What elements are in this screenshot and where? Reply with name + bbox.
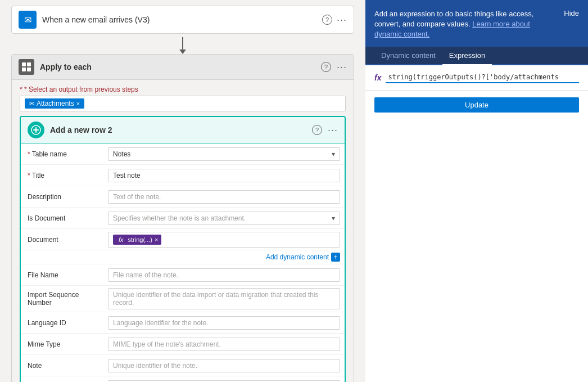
field-import-sequence[interactable]: Unique identifier of the data import or … (108, 288, 340, 309)
fx-label-icon: fx (374, 73, 381, 82)
right-panel: Add an expression to do basic things lik… (365, 0, 588, 382)
apply-each-container: Apply to each ? ··· * * Select an output… (11, 54, 354, 382)
label-file-name: File Name (21, 268, 108, 282)
right-panel-content: fx Update (365, 65, 588, 382)
form-row-description: Description Text of the note. (21, 186, 345, 208)
field-object-type[interactable]: Type of entity with which the note is as… (108, 380, 340, 383)
attachment-tag-label: Attachments (37, 100, 74, 107)
label-description: Description (21, 190, 108, 204)
right-panel-description: Add an expression to do basic things lik… (374, 9, 579, 40)
label-table-name: Table name (21, 147, 108, 161)
field-description[interactable]: Text of the note. (108, 190, 340, 204)
tab-expression[interactable]: Expression (442, 47, 492, 65)
field-file-name[interactable]: File name of the note. (108, 268, 340, 282)
svg-rect-2 (22, 68, 26, 71)
fx-expression-tag[interactable]: fx string(...) × (113, 235, 161, 245)
form-row-note: Note Unique identifier of the note. (21, 355, 345, 376)
tab-dynamic-content[interactable]: Dynamic content (374, 47, 442, 65)
attachment-tag[interactable]: ✉ Attachments × (25, 98, 84, 109)
field-language-id[interactable]: Language identifier for the note. (108, 316, 340, 330)
trigger-block: ✉ When a new email arrives (V3) ? ··· (11, 6, 354, 34)
apply-each-header: Apply to each ? ··· (12, 55, 354, 80)
add-row-body: Table name Notes ▾ Title Test note (21, 143, 345, 382)
expression-input-row: fx (365, 65, 588, 91)
add-row-more-icon[interactable]: ··· (328, 124, 338, 136)
field-mime-type[interactable]: MIME type of the note's attachment. (108, 338, 340, 351)
label-is-document: Is Document (21, 211, 108, 226)
form-row-title: Title Test note (21, 165, 345, 186)
add-dynamic-row: Add dynamic content + (21, 250, 345, 264)
label-note: Note (21, 358, 108, 373)
form-row-mime-type: Mime Type MIME type of the note's attach… (21, 334, 345, 355)
form-row-import-sequence: Import Sequence Number Unique identifier… (21, 286, 345, 312)
arrow-connector (11, 34, 354, 54)
add-row-icon (28, 122, 44, 138)
apply-each-icon (19, 59, 34, 75)
trigger-help-icon[interactable]: ? (322, 15, 332, 25)
label-import-sequence: Import Sequence Number (21, 287, 108, 310)
field-table-name[interactable]: Notes ▾ (108, 147, 340, 161)
trigger-icon: ✉ (19, 11, 37, 29)
fx-icon: fx (116, 236, 126, 244)
field-is-document[interactable]: Specifies whether the note is an attachm… (108, 212, 340, 225)
expression-input[interactable] (386, 72, 579, 83)
form-row-file-name: File Name File name of the note. (21, 264, 345, 286)
trigger-title: When a new email arrives (V3) (42, 15, 316, 24)
apply-each-help-icon[interactable]: ? (321, 62, 331, 72)
add-dynamic-content-btn[interactable]: Add dynamic content + (266, 253, 340, 262)
add-row-header: Add a new row 2 ? ··· (21, 117, 345, 143)
apply-each-more-icon[interactable]: ··· (337, 61, 347, 73)
fx-remove-icon[interactable]: × (155, 236, 158, 243)
attachment-tag-remove[interactable]: × (76, 100, 80, 107)
right-panel-tabs: Dynamic content Expression (365, 47, 588, 65)
field-document[interactable]: fx string(...) × (108, 232, 340, 248)
svg-rect-1 (27, 62, 31, 66)
svg-rect-0 (22, 62, 26, 66)
add-row-container: Add a new row 2 ? ··· Table name Notes ▾ (20, 116, 346, 382)
form-row-is-document: Is Document Specifies whether the note i… (21, 208, 345, 229)
field-title[interactable]: Test note (108, 169, 340, 182)
field-note[interactable]: Unique identifier of the note. (108, 359, 340, 372)
apply-each-body: * * Select an output from previous steps… (12, 80, 354, 382)
add-row-title: Add a new row 2 (50, 125, 306, 134)
right-panel-top: Add an expression to do basic things lik… (365, 0, 588, 47)
apply-each-title: Apply to each (40, 62, 315, 71)
form-row-language-id: Language ID Language identifier for the … (21, 312, 345, 334)
attachment-icon: ✉ (29, 100, 34, 107)
hide-button[interactable]: Hide (564, 9, 579, 17)
label-title: Title (21, 168, 108, 183)
chevron-down-icon: ▾ (332, 150, 335, 158)
trigger-actions: ? ··· (322, 14, 347, 26)
label-object-type: Object Type (21, 380, 108, 383)
fx-expression-value: string(...) (128, 236, 152, 243)
chevron-down-icon: ▾ (332, 214, 335, 222)
form-row-object-type: Object Type Type of entity with which th… (21, 376, 345, 382)
label-language-id: Language ID (21, 316, 108, 330)
form-row-document: Document fx string(...) × (21, 229, 345, 250)
update-button[interactable]: Update (374, 97, 579, 113)
svg-rect-3 (27, 68, 31, 71)
label-mime-type: Mime Type (21, 337, 108, 352)
arrow-down (182, 37, 183, 51)
form-row-table-name: Table name Notes ▾ (21, 143, 345, 165)
email-icon: ✉ (24, 15, 31, 25)
select-output-label: * * Select an output from previous steps (20, 86, 346, 93)
add-dynamic-label: Add dynamic content (266, 253, 329, 261)
attachment-tag-row[interactable]: ✉ Attachments × (20, 96, 346, 111)
add-dynamic-plus-icon[interactable]: + (331, 253, 340, 262)
add-row-help-icon[interactable]: ? (312, 125, 322, 135)
trigger-more-icon[interactable]: ··· (337, 14, 347, 26)
label-document: Document (21, 232, 108, 247)
